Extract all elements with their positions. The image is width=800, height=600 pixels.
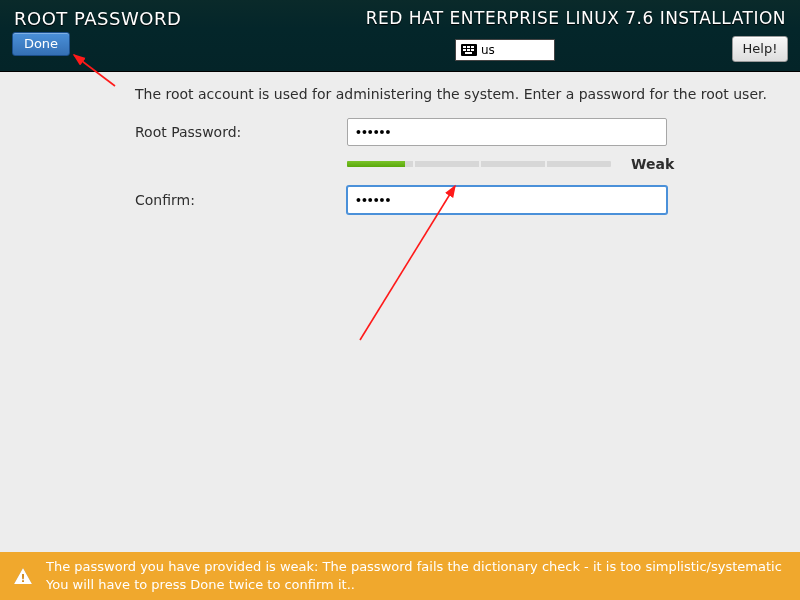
- root-password-row: Root Password:: [135, 118, 800, 146]
- confirm-password-row: Confirm:: [135, 186, 800, 214]
- password-strength-fill: [347, 161, 405, 167]
- install-title: RED HAT ENTERPRISE LINUX 7.6 INSTALLATIO…: [366, 8, 786, 28]
- warning-message: The password you have provided is weak: …: [46, 558, 786, 593]
- header-bar: ROOT PASSWORD RED HAT ENTERPRISE LINUX 7…: [0, 0, 800, 72]
- password-strength-bar: [347, 161, 611, 167]
- warning-icon: [14, 568, 32, 584]
- confirm-password-input[interactable]: [347, 186, 667, 214]
- keyboard-icon: [461, 44, 477, 56]
- done-button[interactable]: Done: [12, 32, 70, 56]
- root-password-label: Root Password:: [135, 124, 347, 140]
- main-content: The root account is used for administeri…: [0, 72, 800, 552]
- intro-text: The root account is used for administeri…: [135, 86, 800, 102]
- password-strength-label: Weak: [631, 156, 674, 172]
- spoke-title: ROOT PASSWORD: [14, 8, 181, 29]
- keyboard-layout-indicator[interactable]: us: [455, 39, 555, 61]
- warning-bar: The password you have provided is weak: …: [0, 552, 800, 600]
- password-strength-row: Weak: [347, 156, 800, 172]
- help-button[interactable]: Help!: [732, 36, 788, 62]
- root-password-input[interactable]: [347, 118, 667, 146]
- keyboard-layout-label: us: [481, 43, 495, 57]
- confirm-password-label: Confirm:: [135, 192, 347, 208]
